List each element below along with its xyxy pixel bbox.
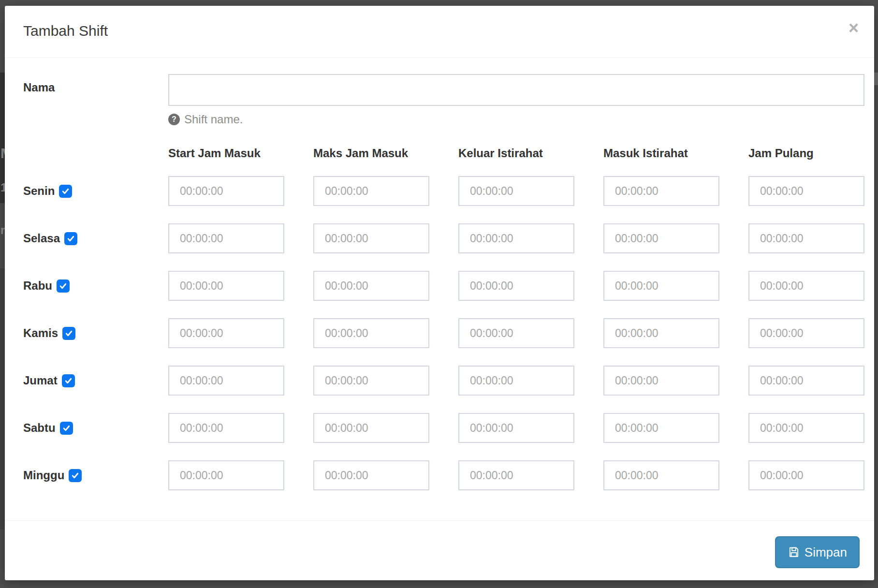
modal-body: Nama ? Shift name. Start Jam Masuk Maks … [5, 58, 874, 520]
column-header-masuk-istirahat: Masuk Istirahat [603, 146, 748, 161]
day-checkbox[interactable] [62, 327, 75, 340]
close-button[interactable]: × [849, 19, 859, 37]
time-input[interactable] [458, 271, 574, 301]
check-icon [64, 377, 73, 385]
name-label-column: Nama [23, 74, 168, 126]
time-input[interactable] [313, 366, 429, 396]
day-column-spacer [23, 146, 168, 161]
simpan-button-label: Simpan [805, 545, 847, 560]
day-cell: Jumat [23, 366, 168, 396]
day-label: Senin [23, 184, 55, 198]
check-icon [61, 187, 70, 195]
day-row: Sabtu [23, 413, 864, 443]
day-rows: Senin Selasa [23, 176, 864, 490]
simpan-button[interactable]: Simpan [775, 536, 860, 568]
day-cell: Kamis [23, 318, 168, 348]
backdrop-fragment: n [0, 223, 5, 237]
column-header-row: Start Jam Masuk Maks Jam Masuk Keluar Is… [23, 146, 864, 161]
time-input[interactable] [168, 318, 284, 348]
backdrop-fragment [0, 268, 5, 529]
day-row: Jumat [23, 366, 864, 396]
time-input[interactable] [603, 176, 719, 206]
time-input[interactable] [603, 413, 719, 443]
time-input[interactable] [168, 413, 284, 443]
day-row: Minggu [23, 460, 864, 490]
time-input[interactable] [748, 176, 864, 206]
day-cell: Selasa [23, 223, 168, 253]
time-input[interactable] [458, 318, 574, 348]
column-header-maks-jam-masuk: Maks Jam Masuk [313, 146, 458, 161]
check-icon [62, 424, 71, 432]
time-input[interactable] [458, 460, 574, 490]
name-help: ? Shift name. [168, 113, 864, 126]
time-input[interactable] [603, 460, 719, 490]
check-icon [67, 235, 75, 243]
backdrop-left-strip: M1n [0, 0, 5, 588]
time-input[interactable] [313, 413, 429, 443]
check-icon [59, 282, 67, 290]
day-row: Kamis [23, 318, 864, 348]
time-input[interactable] [748, 366, 864, 396]
day-checkbox[interactable] [62, 374, 75, 387]
day-label: Jumat [23, 374, 58, 387]
time-input[interactable] [748, 223, 864, 253]
day-row: Senin [23, 176, 864, 206]
time-input[interactable] [168, 223, 284, 253]
day-checkbox[interactable] [69, 469, 82, 482]
nama-label: Nama [23, 74, 55, 94]
backdrop-fragment: M [0, 145, 5, 162]
time-input[interactable] [313, 223, 429, 253]
day-checkbox[interactable] [57, 279, 70, 293]
time-input[interactable] [458, 223, 574, 253]
check-icon [65, 329, 73, 338]
screen: M1n Tambah Shift × Nama ? Shift name. [0, 0, 878, 588]
column-header-keluar-istirahat: Keluar Istirahat [458, 146, 603, 161]
time-input[interactable] [168, 271, 284, 301]
name-field-column: ? Shift name. [168, 74, 864, 126]
time-input[interactable] [603, 366, 719, 396]
modal-footer: Simpan [5, 520, 874, 581]
day-row: Rabu [23, 271, 864, 301]
modal-header: Tambah Shift × [5, 6, 874, 58]
time-input[interactable] [168, 460, 284, 490]
backdrop-fragment [874, 73, 878, 85]
day-label: Kamis [23, 326, 58, 340]
column-header-start-jam-masuk: Start Jam Masuk [168, 146, 313, 161]
time-input[interactable] [313, 271, 429, 301]
time-input[interactable] [458, 366, 574, 396]
time-input[interactable] [313, 460, 429, 490]
time-input[interactable] [313, 318, 429, 348]
question-circle-icon: ? [168, 114, 180, 125]
time-input[interactable] [748, 460, 864, 490]
time-input[interactable] [603, 318, 719, 348]
time-input[interactable] [313, 176, 429, 206]
day-cell: Sabtu [23, 413, 168, 443]
time-input[interactable] [168, 366, 284, 396]
column-header-jam-pulang: Jam Pulang [748, 146, 864, 161]
day-cell: Rabu [23, 271, 168, 301]
day-label: Minggu [23, 469, 64, 482]
day-label: Sabtu [23, 421, 56, 435]
name-form-group: Nama ? Shift name. [23, 74, 864, 126]
time-input[interactable] [168, 176, 284, 206]
tambah-shift-modal: Tambah Shift × Nama ? Shift name. Start [5, 6, 874, 580]
day-checkbox[interactable] [64, 232, 77, 245]
time-input[interactable] [748, 413, 864, 443]
day-label: Rabu [23, 279, 52, 293]
time-input[interactable] [458, 176, 574, 206]
shift-name-input[interactable] [168, 74, 864, 106]
day-checkbox[interactable] [59, 185, 72, 198]
time-input[interactable] [458, 413, 574, 443]
day-checkbox[interactable] [60, 422, 73, 435]
day-cell: Minggu [23, 460, 168, 490]
help-text: Shift name. [184, 113, 243, 126]
time-input[interactable] [748, 318, 864, 348]
check-icon [71, 471, 79, 480]
time-input[interactable] [603, 271, 719, 301]
day-label: Selasa [23, 232, 60, 245]
time-input[interactable] [748, 271, 864, 301]
time-input[interactable] [603, 223, 719, 253]
day-cell: Senin [23, 176, 168, 206]
backdrop-fragment: 1 [0, 181, 5, 194]
day-row: Selasa [23, 223, 864, 253]
